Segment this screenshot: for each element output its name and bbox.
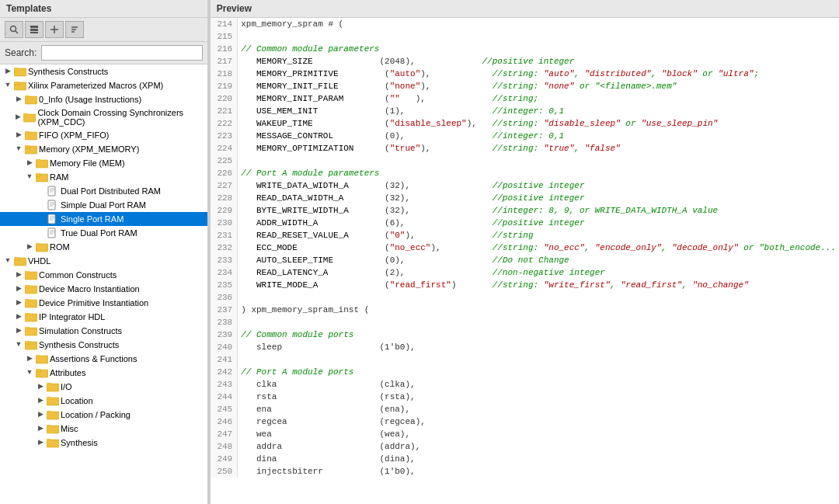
tree-item-misc[interactable]: ▶ Misc (0, 422, 207, 436)
tree-toggle-location[interactable]: ▶ (36, 396, 45, 405)
line-code-237: ) xpm_memory_spram_inst ( (238, 304, 839, 316)
line-number-238: 238 (211, 316, 238, 328)
search-input[interactable] (41, 45, 203, 61)
tree-item-assertions[interactable]: ▶ Assertions & Functions (0, 352, 207, 366)
tree-item-location-packing[interactable]: ▶ Location / Packing (0, 408, 207, 422)
tree-label-xilinx-xpm: Xilinx Parameterized Macros (XPM) (28, 81, 163, 90)
svg-rect-37 (48, 214, 55, 224)
svg-rect-46 (36, 243, 40, 245)
tree-item-cdc[interactable]: ▶ Clock Domain Crossing Synchronizers (X… (0, 106, 207, 128)
tree-toggle-synthesis-constructs[interactable]: ▶ (3, 67, 12, 76)
folder-icon-misc (47, 423, 59, 434)
tree-label-ram: RAM (50, 172, 68, 182)
right-panel: Preview 214xpm_memory_spram # (215216// … (211, 0, 839, 504)
tree-item-location[interactable]: ▶ Location (0, 394, 207, 408)
tree-item-synthesis-sub[interactable]: ▶ Synthesis (0, 436, 207, 450)
preview-header: Preview (211, 0, 839, 18)
svg-rect-14 (14, 82, 19, 84)
folder-icon-device-macro (25, 283, 37, 294)
folder-icon-ip-integrator (25, 311, 37, 322)
tree-toggle-0-info[interactable]: ▶ (14, 95, 23, 104)
tree-item-memory[interactable]: ▼ Memory (XPM_MEMORY) (0, 142, 207, 156)
line-number-236: 236 (211, 291, 238, 304)
line-number-217: 217 (211, 55, 238, 68)
tree-toggle-misc[interactable]: ▶ (36, 424, 45, 433)
tree-toggle-memory[interactable]: ▼ (14, 144, 23, 154)
tree-toggle-synthesis[interactable]: ▼ (14, 340, 23, 349)
svg-rect-77 (47, 439, 51, 441)
tree-toggle-attributes[interactable]: ▼ (25, 368, 34, 377)
line-code-241 (238, 353, 839, 366)
tree-item-0-info[interactable]: ▶ 0_Info (Usage Instructions) (0, 92, 207, 106)
tree-item-common-constructs[interactable]: ▶ Common Constructs (0, 268, 207, 282)
file-icon-single-port (47, 214, 59, 224)
tree-toggle-ip-integrator[interactable]: ▶ (14, 312, 23, 322)
svg-rect-64 (36, 355, 40, 357)
tree-toggle-device-macro[interactable]: ▶ (14, 284, 23, 294)
line-number-219: 219 (211, 80, 238, 92)
tree-item-rom[interactable]: ▶ ROM (0, 240, 207, 254)
tree-toggle-simulation[interactable]: ▶ (14, 326, 23, 335)
tree-item-attributes[interactable]: ▼ Attributes (0, 366, 207, 380)
tree-toggle-synthesis-sub[interactable]: ▶ (36, 438, 45, 447)
svg-rect-29 (48, 186, 55, 196)
line-code-219: MEMORY_INIT_FILE ("none"), //string: "no… (238, 80, 839, 92)
code-line-246: 246 regcea (regcea), (211, 415, 839, 428)
main-container: Templates Search: (0, 0, 839, 504)
line-code-222: WAKEUP_TIME ("disable_sleep"), //string:… (238, 117, 839, 130)
tree-label-rom: ROM (50, 242, 70, 252)
tree-toggle-device-primitive[interactable]: ▶ (14, 298, 23, 308)
tree-toggle-io[interactable]: ▶ (36, 382, 45, 391)
tree-toggle-rom[interactable]: ▶ (25, 242, 34, 252)
tree-item-fifo[interactable]: ▶ FIFO (XPM_FIFO) (0, 128, 207, 142)
tree-item-device-macro[interactable]: ▶ Device Macro Instantiation (0, 282, 207, 296)
line-code-235: WRITE_MODE_A ("read_first") //string: "w… (238, 279, 839, 291)
code-line-250: 250 injectsbiterr (1'b0), (211, 465, 839, 478)
sort-button[interactable] (65, 21, 84, 38)
tree-label-synthesis-sub: Synthesis (61, 438, 98, 447)
svg-rect-4 (30, 32, 38, 33)
code-line-218: 218 MEMORY_PRIMITIVE ("auto"), //string:… (211, 68, 839, 80)
tree-item-synthesis-constructs[interactable]: ▶ Synthesis Constructs (0, 64, 207, 78)
tree-item-xilinx-xpm[interactable]: ▼ Xilinx Parameterized Macros (XPM) (0, 78, 207, 92)
tree-label-device-macro: Device Macro Instantiation (39, 284, 140, 294)
expand-all-button[interactable] (45, 21, 64, 38)
tree-toggle-mem-file[interactable]: ▶ (25, 158, 34, 168)
tree-item-simple-dual-port[interactable]: Simple Dual Port RAM (0, 198, 207, 212)
tree-item-true-dual-port[interactable]: True Dual Port RAM (0, 226, 207, 240)
tree-toggle-vhdl[interactable]: ▼ (3, 256, 12, 266)
tree-label-simulation: Simulation Constructs (39, 326, 122, 335)
tree-item-device-primitive[interactable]: ▶ Device Primitive Instantiation (0, 296, 207, 310)
tree-label-location-packing: Location / Packing (61, 410, 131, 419)
tree-item-synthesis[interactable]: ▼ Synthesis Constructs (0, 338, 207, 352)
tree-item-dual-port-dist[interactable]: Dual Port Distributed RAM (0, 184, 207, 198)
code-line-224: 224 MEMORY_OPTIMIZATION ("true"), //stri… (211, 142, 839, 155)
code-container[interactable]: 214xpm_memory_spram # (215216// Common m… (211, 18, 839, 504)
code-line-230: 230 ADDR_WIDTH_A (6), //positive integer (211, 217, 839, 229)
folder-icon-synthesis-constructs (14, 66, 26, 77)
search-button[interactable] (5, 21, 23, 38)
tree-container[interactable]: ▶ Synthesis Constructs ▼ Xilinx Paramete… (0, 64, 207, 504)
line-number-233: 233 (211, 254, 238, 266)
code-line-235: 235 WRITE_MODE_A ("read_first") //string… (211, 279, 839, 291)
tree-item-single-port[interactable]: Single Port RAM (0, 212, 207, 226)
tree-item-io[interactable]: ▶ I/O (0, 380, 207, 394)
line-number-242: 242 (211, 366, 238, 378)
tree-item-mem-file[interactable]: ▶ Memory File (MEM) (0, 156, 207, 170)
line-code-245: ena (ena), (238, 403, 839, 415)
tree-item-vhdl[interactable]: ▼ VHDL (0, 254, 207, 268)
tree-toggle-xilinx-xpm[interactable]: ▼ (3, 81, 12, 90)
folder-icon-0-info (25, 94, 37, 105)
code-line-225: 225 (211, 155, 839, 167)
tree-item-ram[interactable]: ▼ RAM (0, 170, 207, 184)
code-line-245: 245 ena (ena), (211, 403, 839, 415)
tree-toggle-location-packing[interactable]: ▶ (36, 410, 45, 419)
collapse-all-button[interactable] (25, 21, 44, 38)
tree-item-simulation[interactable]: ▶ Simulation Constructs (0, 324, 207, 338)
tree-item-ip-integrator[interactable]: ▶ IP Integrator HDL (0, 310, 207, 324)
tree-toggle-fifo[interactable]: ▶ (14, 130, 23, 140)
tree-toggle-cdc[interactable]: ▶ (14, 113, 22, 122)
tree-toggle-assertions[interactable]: ▶ (25, 354, 34, 363)
tree-toggle-ram[interactable]: ▼ (25, 172, 34, 182)
tree-toggle-common-constructs[interactable]: ▶ (14, 270, 23, 280)
